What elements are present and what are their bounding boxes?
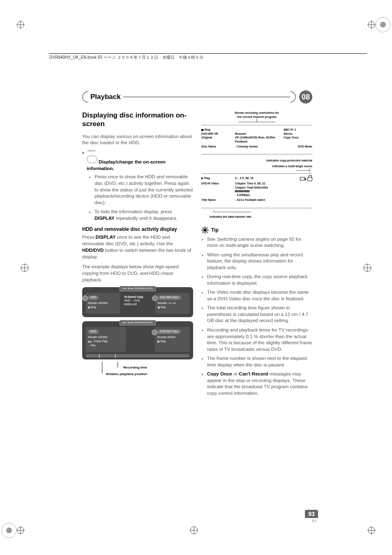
print-registration-bl bbox=[0, 518, 25, 543]
print-crossmark-bottom bbox=[189, 525, 199, 535]
caption-playback-position: Relative playback position bbox=[106, 372, 147, 376]
tips-list: See Switching camera angles on page 92 f… bbox=[201, 236, 312, 396]
step-display-button: • DISPLAY Display/change the on-screen i… bbox=[82, 150, 193, 172]
chapter-number: 08 bbox=[299, 90, 312, 104]
svg-point-7 bbox=[380, 22, 386, 28]
osd-info-block-1: StopABC Pr 1 DVD-RW VRResumeStereo Origi… bbox=[201, 125, 312, 154]
sub-bullet-1: Press once to show the HDD and removable… bbox=[95, 174, 193, 206]
right-arrow-icon bbox=[152, 329, 157, 335]
sub-heading: HDD and removable disc activity display bbox=[82, 226, 193, 233]
svg-line-37 bbox=[207, 232, 208, 233]
page-lang: En bbox=[312, 519, 316, 523]
print-registration-tl bbox=[0, 12, 25, 37]
tip-heading: Tip bbox=[211, 227, 219, 234]
section-heading: Displaying disc information on-screen bbox=[82, 111, 193, 129]
gear-icon bbox=[201, 226, 209, 234]
chapter-bar: Playback 08 bbox=[82, 90, 312, 104]
print-registration-br bbox=[367, 518, 392, 543]
svg-line-39 bbox=[207, 228, 208, 228]
svg-point-12 bbox=[6, 527, 12, 533]
doc-header: DVR940HX_UK_EN.book 93 ページ ２００６年７月１２日 水曜… bbox=[49, 53, 367, 60]
annotation-multi-angle: Indicates a multi-angle scene bbox=[201, 164, 312, 168]
camera-icon bbox=[300, 177, 305, 180]
para-display-once: Press DISPLAY once to see the HDD and re… bbox=[82, 234, 193, 260]
left-column: Displaying disc information on-screen Yo… bbox=[82, 111, 193, 399]
caption-recording-time: Recording time bbox=[123, 365, 147, 370]
display-button-icon bbox=[87, 156, 97, 163]
print-registration-tr bbox=[367, 12, 392, 37]
annotation-restrictions: Shows recording restrictions forthe curr… bbox=[201, 111, 312, 119]
print-crossmark-left bbox=[20, 263, 30, 273]
right-arrow-icon bbox=[152, 295, 158, 301]
svg-point-31 bbox=[203, 228, 207, 232]
print-crossmark-right bbox=[362, 263, 372, 273]
sub-bullet-2: To hide the information display, press D… bbox=[95, 209, 193, 222]
right-column: Shows recording restrictions forthe curr… bbox=[201, 111, 312, 399]
intro-text: You can display various on-screen inform… bbox=[82, 134, 193, 147]
para-example: The example displays below show high-spe… bbox=[82, 264, 193, 283]
osd-info-block-2: Play 3 – 2 0. 00. 15 DVD-R VideoChapter … bbox=[201, 173, 312, 208]
osd-example-1: Rec Mode SP(2h00m/DVD) HDD Remain 10h35m… bbox=[82, 287, 193, 317]
left-arrow-icon bbox=[82, 295, 88, 301]
svg-line-38 bbox=[203, 232, 203, 233]
annotation-copy-protected: Indicates copy-protected material bbox=[201, 159, 312, 163]
page-number: 93 bbox=[305, 510, 318, 518]
chapter-title: Playback bbox=[88, 93, 123, 101]
osd-example-2: Rec Mode SP(2h00m/DVD) HDD Remain 10h35m… bbox=[82, 321, 193, 359]
annotation-transfer-rate: Indicates the data transfer rate bbox=[201, 215, 312, 219]
lock-icon bbox=[307, 177, 312, 181]
svg-line-36 bbox=[203, 228, 203, 228]
